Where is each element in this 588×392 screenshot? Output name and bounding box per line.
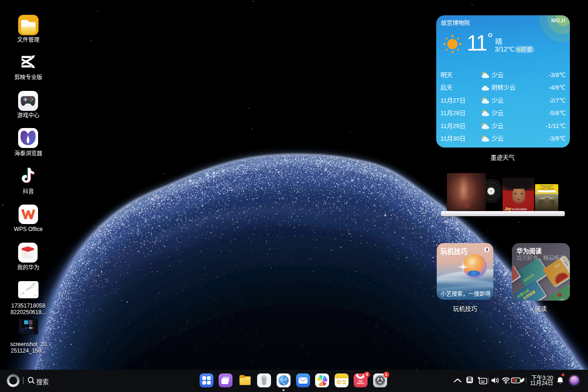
svg-text:App: App (359, 380, 363, 382)
svg-text:7: 7 (515, 379, 517, 383)
svg-text:Gallery: Gallery (357, 382, 365, 385)
